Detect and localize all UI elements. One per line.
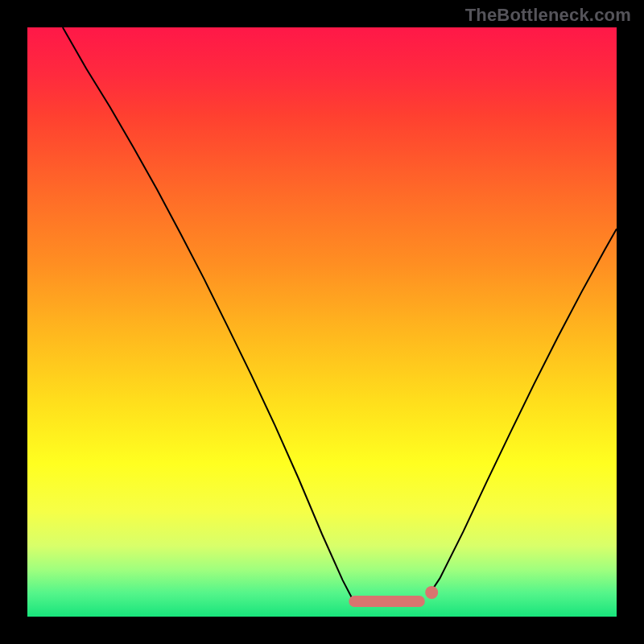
curve-right-branch <box>428 229 617 596</box>
curve-left-branch <box>63 27 352 597</box>
brand-watermark: TheBottleneck.com <box>465 5 631 26</box>
chart-frame: TheBottleneck.com <box>0 0 644 644</box>
chart-svg <box>27 27 617 617</box>
trough-annotation-dot <box>425 586 438 599</box>
